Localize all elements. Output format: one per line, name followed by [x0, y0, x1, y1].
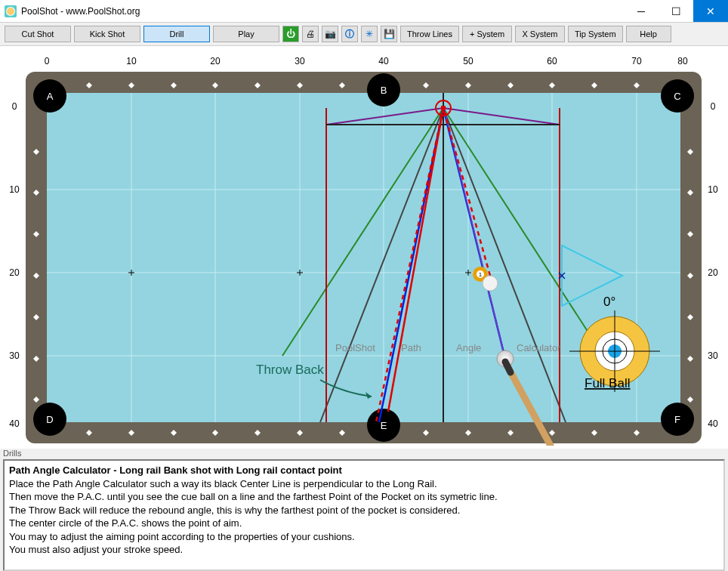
svg-text:Angle: Angle: [456, 342, 481, 353]
kick-shot-button[interactable]: Kick Shot: [74, 26, 140, 42]
svg-text:PoolShot: PoolShot: [335, 342, 375, 353]
ruler-y-4l: 40: [9, 418, 20, 429]
cog-icon[interactable]: ✳: [361, 26, 378, 42]
ruler-x-1: 10: [126, 56, 137, 66]
drills-line: Place the Path Angle Calculator such a w…: [9, 477, 719, 491]
ruler-y-0l: 0: [12, 101, 17, 112]
drill-button[interactable]: Drill: [143, 26, 210, 42]
svg-text:B: B: [381, 85, 387, 96]
svg-text:F: F: [674, 414, 680, 425]
drills-line: The Throw Back will reduce the rebound a…: [9, 504, 719, 517]
svg-text:1: 1: [479, 271, 483, 278]
window-title: PoolShot - www.PoolShot.org: [21, 6, 624, 17]
pool-table[interactable]: 0 10 20 30 40 50 60 70 80 0 10 20 30 40 …: [3, 49, 725, 446]
drills-section-label: Drills: [0, 449, 728, 458]
save-icon[interactable]: 💾: [381, 26, 397, 42]
svg-text:Calculator: Calculator: [517, 342, 561, 353]
ruler-x-8: 80: [677, 56, 688, 66]
info-icon[interactable]: ⓘ: [341, 26, 358, 42]
plus-system-button[interactable]: + System: [462, 26, 512, 42]
ghost-ball[interactable]: [483, 276, 498, 291]
power-icon[interactable]: ⏻: [282, 26, 299, 42]
svg-text:Full Ball: Full Ball: [585, 376, 630, 390]
toolbar: Cut Shot Kick Shot Drill Play ⏻ 🖨 📷 ⓘ ✳ …: [0, 23, 728, 46]
ruler-x-0: 0: [45, 56, 50, 66]
drills-line: You may to adjust the aiming point accor…: [9, 530, 719, 544]
app-icon: [5, 5, 17, 17]
ruler-y-1l: 10: [9, 184, 20, 195]
camera-icon[interactable]: 📷: [322, 26, 338, 42]
svg-text:A: A: [47, 91, 54, 102]
ruler-y-3r: 30: [708, 350, 718, 361]
print-icon[interactable]: 🖨: [302, 26, 319, 42]
ruler-y-1r: 10: [708, 184, 718, 195]
svg-text:C: C: [674, 91, 680, 102]
cut-shot-button[interactable]: Cut Shot: [5, 26, 71, 42]
throw-back-label: Throw Back: [256, 363, 324, 377]
ruler-y-2r: 20: [708, 267, 718, 278]
drills-line: The center circle of the P.A.C. shows th…: [9, 517, 719, 530]
ruler-x-4: 40: [378, 56, 389, 66]
table-area: 0 10 20 30 40 50 60 70 80 0 10 20 30 40 …: [0, 46, 728, 449]
throw-lines-button[interactable]: Throw Lines: [400, 26, 459, 42]
help-button[interactable]: Help: [626, 26, 671, 42]
titlebar: PoolShot - www.PoolShot.org ─ ☐ ✕: [0, 0, 728, 23]
ruler-x-2: 20: [210, 56, 221, 66]
tip-system-button[interactable]: Tip System: [568, 26, 623, 42]
ruler-y-3l: 30: [9, 350, 20, 361]
svg-text:Path: Path: [401, 342, 421, 353]
ruler-y-4r: 40: [708, 418, 718, 429]
svg-line-51: [505, 362, 511, 372]
ruler-x-6: 60: [547, 56, 557, 66]
ruler-x-7: 70: [631, 56, 642, 66]
minimize-button[interactable]: ─: [624, 0, 659, 22]
ruler-x-5: 50: [463, 56, 474, 66]
close-button[interactable]: ✕: [693, 0, 728, 22]
ruler-y-2l: 20: [9, 267, 20, 278]
drills-line: You must also adjust your stroke speed.: [9, 543, 719, 557]
ruler-y-0r: 0: [711, 101, 716, 112]
svg-rect-44: [441, 106, 446, 110]
svg-text:D: D: [46, 414, 53, 425]
x-system-button[interactable]: X System: [515, 26, 565, 42]
drills-heading: Path Angle Calculator - Long rail Bank s…: [9, 464, 719, 477]
drills-panel[interactable]: Path Angle Calculator - Long rail Bank s…: [3, 459, 725, 571]
ruler-x-3: 30: [295, 56, 305, 66]
drills-line: Then move the P.A.C. until you see the c…: [9, 490, 719, 504]
maximize-button[interactable]: ☐: [659, 0, 693, 22]
play-button[interactable]: Play: [213, 26, 279, 42]
svg-text:0°: 0°: [603, 295, 615, 309]
svg-text:E: E: [381, 420, 387, 431]
